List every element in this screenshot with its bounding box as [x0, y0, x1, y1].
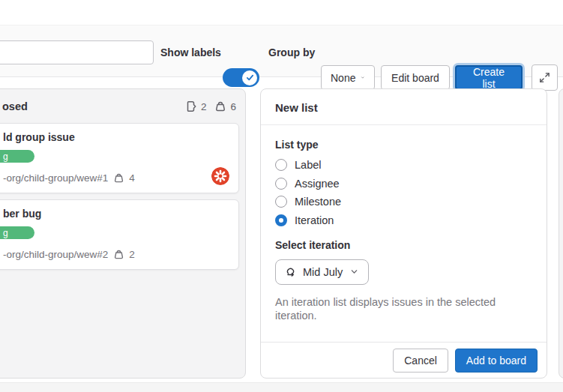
issue-weight: 4 — [129, 172, 135, 184]
iteration-dropdown[interactable]: Mid July — [275, 259, 369, 285]
column-title: osed — [2, 100, 28, 112]
radio-circle[interactable] — [275, 214, 287, 226]
issues-icon — [185, 100, 197, 112]
group-by-dropdown[interactable]: None — [321, 65, 375, 90]
radio-option-assignee[interactable]: Assignee — [275, 178, 532, 190]
issue-ref: -org/child-group/wew#2 — [3, 249, 108, 260]
board-column-next — [559, 88, 563, 379]
issue-card-meta: -org/child-group/wew#1 4 — [3, 172, 229, 184]
show-labels-label: Show labels — [160, 46, 221, 58]
radio-label: Iteration — [295, 214, 334, 226]
issue-card-title: ber bug — [3, 208, 229, 220]
radio-circle[interactable] — [275, 159, 287, 171]
issue-card-title: ld group issue — [3, 131, 229, 143]
new-list-panel: New list List type Label Assignee Milest… — [260, 88, 547, 379]
search-input[interactable] — [0, 40, 154, 64]
add-to-board-button[interactable]: Add to board — [455, 349, 538, 373]
radio-option-iteration[interactable]: Iteration — [275, 214, 532, 226]
expand-icon — [539, 72, 550, 83]
column-header[interactable]: osed 2 6 — [0, 89, 245, 118]
check-icon — [245, 73, 255, 82]
weight-icon — [113, 249, 124, 260]
weight-icon — [113, 172, 124, 184]
radio-circle[interactable] — [275, 196, 287, 208]
board-column-closed: osed 2 6 ld group issue g -org/child-gro… — [0, 88, 246, 379]
chevron-down-icon — [349, 267, 359, 277]
group-by-label: Group by — [268, 46, 315, 58]
issue-weight: 2 — [129, 249, 135, 260]
column-counts: 2 6 — [185, 100, 236, 112]
radio-label: Milestone — [295, 196, 341, 208]
show-labels-toggle[interactable] — [223, 68, 259, 87]
chevron-down-icon — [361, 73, 365, 82]
create-list-button[interactable]: Create list — [455, 65, 523, 90]
issue-card-meta: -org/child-group/wew#2 2 — [3, 249, 229, 260]
column-weight-total: 6 — [230, 101, 236, 112]
radio-circle[interactable] — [275, 178, 287, 190]
issue-card[interactable]: ld group issue g -org/child-group/wew#1 … — [0, 123, 239, 193]
edit-board-button[interactable]: Edit board — [381, 65, 450, 90]
issue-ref: -org/child-group/wew#1 — [3, 172, 108, 184]
list-type-label: List type — [275, 139, 532, 151]
radio-label: Assignee — [295, 178, 340, 190]
issue-label[interactable]: g — [0, 226, 34, 239]
issue-card[interactable]: ber bug g -org/child-group/wew#2 2 — [0, 199, 239, 270]
new-list-body: List type Label Assignee Milestone Itera… — [261, 125, 547, 342]
column-issue-count: 2 — [201, 101, 207, 112]
radio-option-milestone[interactable]: Milestone — [275, 196, 532, 208]
select-iteration-label: Select iteration — [275, 239, 532, 251]
radio-option-label[interactable]: Label — [275, 159, 532, 171]
fullscreen-button[interactable] — [532, 64, 558, 91]
new-list-footer: Cancel Add to board — [261, 342, 547, 378]
cancel-button[interactable]: Cancel — [393, 349, 448, 373]
iteration-value: Mid July — [303, 266, 343, 278]
group-by-value: None — [331, 72, 355, 84]
weight-icon — [214, 100, 226, 112]
board-screen: Show labels Group by None Edit board Cre… — [0, 0, 563, 392]
issue-label[interactable]: g — [0, 150, 34, 163]
iteration-help-text: An iteration list displays issues in the… — [275, 295, 532, 323]
iteration-icon — [285, 266, 296, 277]
board-scrollbar-track[interactable] — [0, 382, 563, 392]
toggle-knob — [242, 70, 257, 85]
assignee-avatar[interactable] — [211, 167, 229, 185]
new-list-title: New list — [261, 89, 547, 125]
board-toolbar: Show labels Group by None Edit board Cre… — [0, 25, 563, 77]
radio-label: Label — [295, 159, 321, 171]
